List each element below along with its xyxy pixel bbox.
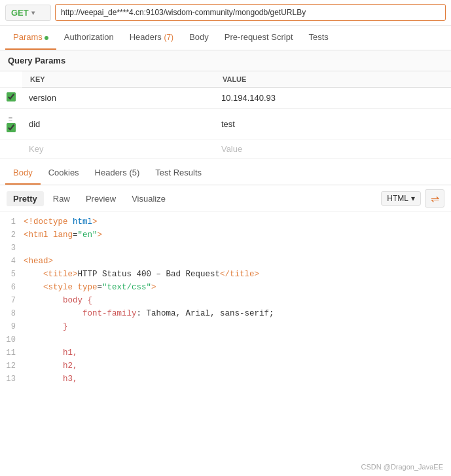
format-type-select[interactable]: HTML ▾ [381,191,421,206]
code-line-8: 8 font-family: Tahoma, Arial, sans-serif… [0,309,451,322]
wrap-button[interactable]: ⇌ [425,189,444,208]
row1-checkbox[interactable] [7,92,16,101]
table-row: ≡ did test [0,109,451,139]
code-line-13: 13 h3, [0,375,451,388]
top-bar: GET ▾ http://veepai_de****4.cn:9103/wisd… [0,0,451,26]
code-area: 1 <!doctype html> 2 <html lang="en"> 3 4… [0,212,451,393]
col-checkbox [0,71,22,88]
format-type-label: HTML [387,194,408,203]
headers-badge: (7) [164,33,173,42]
code-line-2: 2 <html lang="en"> [0,230,451,244]
code-line-7: 7 body { [0,296,451,309]
response-tabs: Body Cookies Headers (5) Test Results [0,162,451,185]
code-line-12: 12 h2, [0,361,451,375]
empty-key[interactable]: Key [22,139,215,159]
tab-body[interactable]: Body [181,26,217,50]
row1-value: 10.194.140.93 [215,88,451,109]
tab-authorization[interactable]: Authorization [56,26,122,50]
chevron-down-icon: ▾ [31,9,35,16]
resp-tab-headers[interactable]: Headers (5) [87,162,148,185]
url-input[interactable]: http://veepai_de****4.cn:9103/wisdom-com… [55,4,446,21]
row2-check-cell: ≡ [0,109,22,139]
code-line-1: 1 <!doctype html> [0,217,451,230]
drag-icon: ≡ [9,115,12,122]
col-key-header: KEY [22,71,215,88]
code-line-10: 10 [0,335,451,348]
request-tabs: Params Authorization Headers (7) Body Pr… [0,26,451,50]
row2-key: did [22,109,215,139]
resp-tab-test-results[interactable]: Test Results [147,162,209,185]
method-select[interactable]: GET ▾ [5,5,51,21]
tab-params[interactable]: Params [5,26,56,50]
code-line-9: 9 } [0,322,451,335]
resp-headers-badge: (5) [129,168,139,177]
params-table: KEY VALUE version 10.194.140.93 ≡ did te… [0,71,451,159]
row1-check-cell [0,88,22,109]
method-label: GET [11,8,29,18]
query-params-header: Query Params [0,50,451,71]
code-line-11: 11 h1, [0,348,451,361]
table-row-empty: Key Value [0,139,451,159]
row2-checkbox[interactable] [7,123,16,132]
fmt-raw[interactable]: Raw [46,191,77,206]
fmt-chevron-icon: ▾ [411,194,415,203]
row2-value: test [215,109,451,139]
code-line-5: 5 <title>HTTP Status 400 – Bad Request</… [0,270,451,283]
table-row: version 10.194.140.93 [0,88,451,109]
tab-pre-request[interactable]: Pre-request Script [217,26,301,50]
empty-value[interactable]: Value [215,139,451,159]
code-line-3: 3 [0,244,451,257]
tab-headers[interactable]: Headers (7) [122,26,181,50]
resp-tab-cookies[interactable]: Cookies [41,162,87,185]
row1-key: version [22,88,215,109]
format-bar: Pretty Raw Preview Visualize HTML ▾ ⇌ [0,185,451,212]
code-line-6: 6 <style type="text/css"> [0,283,451,296]
params-dot [45,36,48,40]
resp-tab-body[interactable]: Body [5,162,41,185]
tab-tests[interactable]: Tests [301,26,336,50]
col-value-header: VALUE [215,71,451,88]
code-line-4: 4 <head> [0,257,451,270]
fmt-visualize[interactable]: Visualize [125,191,172,206]
empty-check-cell [0,139,22,159]
fmt-pretty[interactable]: Pretty [7,191,44,206]
fmt-preview[interactable]: Preview [79,191,122,206]
format-type-wrap: HTML ▾ ⇌ [381,189,444,208]
